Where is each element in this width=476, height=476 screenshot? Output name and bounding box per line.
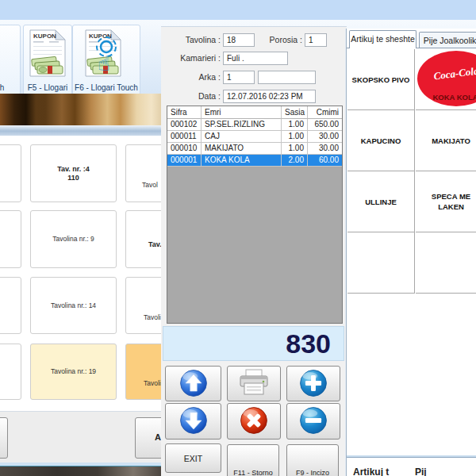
tab-pije-label: Pije Joalkoolike [424, 36, 476, 45]
move-up-button[interactable] [165, 366, 221, 401]
remove-item-button[interactable] [286, 403, 340, 440]
tab-artikuj-te-sheshte[interactable]: Artikuj te sheshte [349, 30, 416, 48]
table-button-cut-r4-label: Tavoli [144, 379, 161, 388]
cell-sifra: 000001 [167, 155, 202, 167]
table-button-9[interactable]: Tavolina nr.: 9 [30, 210, 117, 268]
cell-cmimi: 30.00 [308, 131, 342, 143]
table-button-4-line2: 110 [67, 174, 79, 182]
product-cell-empty[interactable] [347, 232, 415, 294]
col-header-sasia: Sasia [282, 106, 308, 119]
svg-text:☝: ☝ [98, 52, 110, 75]
kamarieri-label: Kamarieri : [169, 52, 221, 63]
panel-header-strip [0, 125, 163, 136]
cell-sasia: 1.00 [282, 119, 308, 131]
printer-icon [237, 369, 271, 399]
products-panel: Artikuj te sheshte Pije Joalkoolike SKOP… [347, 29, 476, 476]
x-circle-icon [240, 406, 268, 436]
cell-sifra: 000011 [167, 131, 202, 143]
coca-cola-script-text: Coca-Cola [422, 64, 476, 83]
cell-emri: MAKIJATO [202, 143, 282, 155]
table-button-partial-r1[interactable] [0, 144, 21, 202]
delete-item-button[interactable] [227, 403, 281, 440]
table-row[interactable]: 000010 MAKIJATO 1.00 30.00 [167, 143, 342, 155]
add-item-button[interactable] [286, 366, 340, 401]
product-button-ullinje[interactable]: ULLINJE [347, 171, 415, 232]
toolbar-button-f5-llogari[interactable]: KUPON F5 - Llogari [23, 25, 72, 95]
cell-sifra: 000010 [167, 143, 202, 155]
table-button-19[interactable]: Tavolina nr.: 19 [30, 344, 117, 400]
table-button-14[interactable]: Tavolina nr.: 14 [30, 277, 117, 334]
tavolina-label: Tavolina : [169, 34, 221, 45]
tab-pije-joalkoolike[interactable]: Pije Joalkoolike [419, 32, 476, 48]
porosia-field[interactable] [305, 33, 327, 47]
product-cell-empty[interactable] [416, 232, 476, 294]
product-label: ULLINJE [365, 197, 397, 207]
product-button-speca-me-laken[interactable]: SPECA ME LAKEN [416, 171, 476, 232]
kamarieri-field[interactable] [223, 52, 288, 65]
product-button-koka-kola[interactable]: Coca-Cola KOKA KOLA [416, 49, 476, 110]
table-button-cut-r1-label: Tavol [142, 181, 158, 190]
toolbar-button-f6-label: F6 - Llogari Touch [73, 83, 140, 92]
cell-cmimi: 30.00 [308, 143, 342, 155]
coca-cola-logo: Coca-Cola KOKA KOLA [417, 51, 476, 106]
table-button-cut-r3-label: Tavoli [144, 313, 161, 322]
toolbar-button-partial[interactable]: Touch [0, 25, 21, 95]
table-button-4[interactable]: Tav. nr. :4 110 [30, 144, 117, 202]
col-header-emri: Emri [202, 106, 282, 119]
kupon-invoice-money-icon: KUPON [29, 29, 66, 80]
porosia-label: Porosia : [263, 34, 302, 45]
order-items-table[interactable]: Sifra Emri Sasia Cmimi 000102 SP.SEL.RIZ… [167, 106, 343, 324]
table-button-14-label: Tavolina nr.: 14 [51, 301, 96, 310]
data-field[interactable] [223, 90, 316, 103]
arka-field-2[interactable] [258, 71, 316, 84]
left-bottom-partial-button[interactable] [0, 417, 8, 459]
cell-emri: KOKA KOLA [202, 155, 282, 167]
bottom-cut-label-pije: Pij [415, 466, 427, 476]
col-header-sifra: Sifra [167, 106, 202, 119]
exit-button[interactable]: EXIT [165, 443, 221, 473]
product-button-makijato[interactable]: MAKIJATO [416, 110, 476, 171]
table-row[interactable]: 000102 SP.SEL.RIZLING 1.00 650.00 [167, 119, 342, 131]
cell-sifra: 000102 [167, 119, 202, 131]
table-row-selected[interactable]: 000001 KOKA KOLA 2.00 60.00 [167, 155, 342, 167]
restaurant-banner-image [0, 94, 163, 125]
table-button-cut-r2-line1: Tav. [148, 240, 162, 249]
product-label: KAPUCINO [361, 136, 401, 146]
arrow-up-circle-icon [179, 369, 208, 399]
table-button-9-label: Tavolina nr.: 9 [52, 235, 94, 244]
cell-sasia: 1.00 [282, 143, 308, 155]
table-button-partial-r4[interactable] [0, 344, 21, 400]
order-panel: Tavolina : Porosia : Kamarieri : Arka : … [161, 26, 347, 476]
toolbar-button-partial-label: Touch [0, 83, 20, 92]
storno-button[interactable]: F11 - Storno [227, 444, 279, 476]
toolbar-button-f6-llogari-touch[interactable]: KUPON ☝ F6 - Llogari Touch [72, 25, 140, 95]
table-button-partial-r3[interactable] [0, 277, 21, 334]
print-button[interactable] [227, 366, 281, 401]
move-down-button[interactable] [165, 403, 221, 440]
product-label: KOKA KOLA [417, 92, 476, 102]
cell-cmimi: 60.00 [308, 155, 342, 167]
table-row[interactable]: 000011 CAJ 1.00 30.00 [167, 131, 342, 143]
product-button-skopsko-pivo[interactable]: SKOPSKO PIVO [347, 49, 415, 110]
tavolina-field[interactable] [223, 33, 255, 47]
product-label: SPECA ME LAKEN [428, 191, 475, 212]
arka-label: Arka : [169, 71, 221, 83]
cell-sasia: 1.00 [282, 131, 308, 143]
toolbar-button-f5-label: F5 - Llogari [24, 83, 71, 92]
plus-circle-icon [299, 369, 328, 399]
col-header-cmimi: Cmimi [308, 106, 342, 119]
arka-field[interactable] [223, 71, 255, 84]
product-label: MAKIJATO [432, 136, 470, 146]
minus-circle-icon [299, 406, 328, 436]
table-button-19-label: Tavolina nr.: 19 [51, 367, 96, 376]
incizo-button[interactable]: F9 - Incizo [286, 444, 339, 476]
order-total-display: 830 [163, 326, 344, 361]
exit-button-label: EXIT [184, 454, 202, 463]
table-button-partial-r2[interactable] [0, 210, 21, 268]
product-label: SKOPSKO PIVO [352, 75, 410, 85]
product-button-kapucino[interactable]: KAPUCINO [347, 110, 415, 171]
data-label: Data : [169, 90, 221, 102]
arrow-down-circle-icon [179, 406, 208, 436]
table-header-row: Sifra Emri Sasia Cmimi [167, 106, 342, 119]
cell-cmimi: 650.00 [308, 119, 342, 131]
